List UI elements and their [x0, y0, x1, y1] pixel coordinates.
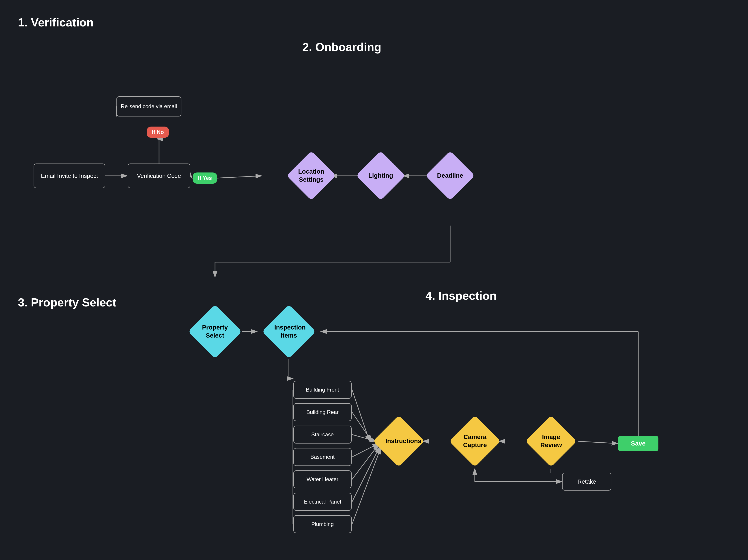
- inspection-items-diamond[interactable]: Inspection Items: [262, 305, 316, 358]
- property-select-diamond[interactable]: Property Select: [188, 305, 242, 358]
- deadline-diamond[interactable]: Deadline: [425, 151, 475, 200]
- svg-line-17: [352, 412, 372, 441]
- building-rear-node[interactable]: Building Rear: [294, 403, 352, 421]
- lighting-diamond[interactable]: Lighting: [356, 151, 405, 200]
- section-label-4: 4. Inspection: [425, 289, 497, 302]
- verification-code-node[interactable]: Verification Code: [127, 164, 190, 188]
- staircase-node[interactable]: Staircase: [294, 426, 352, 444]
- plumbing-node[interactable]: Plumbing: [294, 515, 352, 533]
- section-label-3: 3. Property Select: [18, 296, 116, 309]
- resend-code-node[interactable]: Re-send code via email: [116, 96, 181, 116]
- svg-line-18: [352, 435, 376, 441]
- if-no-badge: If No: [147, 126, 169, 138]
- building-front-node[interactable]: Building Front: [294, 381, 352, 399]
- electrical-panel-node[interactable]: Electrical Panel: [294, 493, 352, 511]
- svg-line-25: [578, 441, 618, 444]
- retake-node[interactable]: Retake: [562, 473, 611, 491]
- section-label-1: 1. Verification: [18, 16, 94, 29]
- email-invite-node[interactable]: Email Invite to Inspect: [33, 164, 105, 188]
- svg-line-16: [352, 390, 370, 441]
- svg-line-2: [217, 176, 262, 178]
- basement-node[interactable]: Basement: [294, 448, 352, 466]
- instructions-diamond[interactable]: Instructions: [373, 415, 424, 467]
- image-review-diamond[interactable]: Image Review: [525, 415, 577, 467]
- if-yes-badge: If Yes: [193, 172, 217, 184]
- save-button[interactable]: Save: [618, 436, 658, 451]
- location-settings-diamond[interactable]: Location Settings: [287, 151, 336, 200]
- svg-line-1: [190, 176, 192, 178]
- section-label-2: 2. Onboarding: [302, 40, 381, 54]
- water-heater-node[interactable]: Water Heater: [294, 470, 352, 488]
- camera-capture-diamond[interactable]: Camera Capture: [449, 415, 500, 467]
